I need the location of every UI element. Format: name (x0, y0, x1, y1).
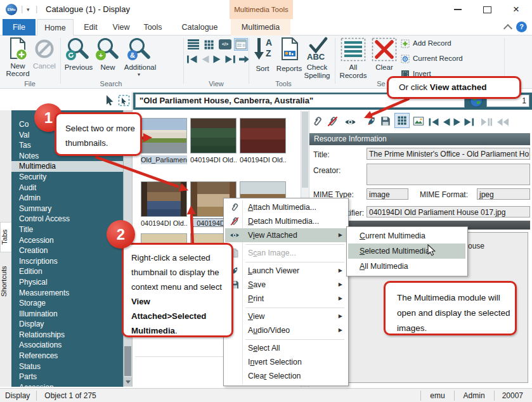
callout-step-2: Right-click a selected thumbnail to disp… (122, 243, 233, 337)
tab-file[interactable]: File (3, 19, 36, 36)
menu-item-attach-multimedia[interactable]: Attach Multimedia... (225, 200, 346, 214)
mime-format-field[interactable]: jpeg (477, 188, 530, 200)
thumbnail-green-chamber[interactable] (190, 118, 237, 153)
additional-search-button[interactable]: & (127, 37, 152, 62)
side-tab-tabs[interactable]: Tabs (0, 222, 11, 252)
tab-edit[interactable]: Edit (76, 19, 105, 36)
maximize-button[interactable] (473, 0, 501, 19)
tab-multimedia[interactable]: Multimedia (231, 19, 290, 36)
scrollbar-thumb[interactable] (302, 112, 308, 188)
select-pointer-icon[interactable] (105, 94, 116, 109)
new-record-button[interactable] (6, 37, 29, 61)
reports-button[interactable] (279, 37, 301, 65)
media-previous-icon[interactable] (442, 117, 451, 129)
sidebar-item[interactable]: Edition (11, 266, 123, 277)
close-button[interactable]: × (502, 0, 530, 19)
nav-previous-icon[interactable] (200, 55, 210, 66)
sort-button[interactable]: A Z (254, 37, 273, 65)
sidebar-item[interactable]: Inscriptions (11, 256, 123, 267)
current-record-label: Current Record (413, 55, 463, 62)
sidebar-item[interactable]: Parts (11, 372, 123, 382)
current-record-button[interactable] (401, 55, 410, 66)
submenu-item-current-multimedia[interactable]: Current Multimedia (348, 228, 465, 243)
tab-tools[interactable]: Tools (137, 19, 169, 36)
marquee-select-icon[interactable] (118, 94, 130, 109)
media-play-pause-icon[interactable] (481, 117, 493, 129)
sidebar-item[interactable]: Relationships (11, 330, 123, 340)
sidebar-item[interactable]: Measurements (11, 288, 123, 299)
submenu-item-all-multimedia[interactable]: All Multimedia (348, 259, 465, 274)
sidebar-item[interactable]: Storage (11, 298, 123, 309)
grid-view-icon[interactable] (204, 39, 214, 50)
list-view-icon[interactable] (188, 39, 200, 49)
attach-multimedia-icon[interactable] (311, 115, 323, 130)
thumbnail-label[interactable]: 040194DI Old... (240, 155, 286, 164)
media-next-icon[interactable] (453, 117, 462, 129)
clear-selection-button[interactable] (372, 37, 397, 64)
media-rewind-icon[interactable] (496, 117, 509, 129)
menu-item-audio-video[interactable]: Audio/Video ▶ (225, 323, 346, 337)
side-tab-shortcuts[interactable]: Shortcuts (0, 256, 11, 307)
title-field-label: Title: (313, 150, 330, 159)
mime-type-field[interactable]: image (367, 188, 408, 200)
add-record-icon (401, 39, 410, 48)
sidebar-item[interactable]: Physical (11, 277, 123, 288)
help-icon[interactable]: ? (516, 22, 527, 32)
menu-item-view[interactable]: View ▶ (225, 309, 346, 323)
creator-field[interactable] (367, 164, 530, 185)
submenu-item-selected-multimedia[interactable]: Selected Multimedia (348, 243, 465, 259)
nav-last-icon[interactable] (224, 55, 236, 66)
form-view-icon[interactable] (234, 38, 248, 51)
sidebar-item[interactable]: References (11, 351, 123, 361)
menu-item-view-attached[interactable]: View Attached ▶ (225, 228, 346, 242)
tab-catalogue[interactable]: Catalogue (170, 19, 230, 36)
tab-home[interactable]: Home (37, 19, 74, 36)
all-records-button[interactable] (341, 37, 366, 64)
search-previous-button[interactable] (65, 37, 91, 62)
image-view-icon[interactable] (413, 115, 424, 129)
menu-item-launch-viewer[interactable]: Launch Viewer ▶ (225, 264, 346, 278)
sidebar-item[interactable]: Illumination (11, 309, 123, 320)
menu-item-detach-multimedia[interactable]: Detach Multimedia... (225, 214, 346, 228)
menu-item-select-all[interactable]: Select All (225, 341, 346, 355)
identifier-field[interactable]: 040194DI Old Parliament House 017.jpg (367, 206, 530, 217)
code-view-icon[interactable]: </> (219, 39, 231, 49)
menu-item-save[interactable]: Save ▶ (225, 278, 346, 292)
quick-access-caret-icon[interactable]: ▾ (27, 6, 30, 13)
sidebar-item[interactable]: Associations (11, 340, 123, 351)
detach-multimedia-icon[interactable] (327, 115, 339, 130)
sidebar-item[interactable]: Creation (11, 245, 123, 256)
search-new-button[interactable]: + (95, 37, 120, 62)
media-first-icon[interactable] (429, 117, 439, 129)
minimize-button[interactable] (444, 0, 472, 19)
menu-item-invert-selection[interactable]: Invert Selection (225, 355, 346, 369)
tab-view[interactable]: View (107, 19, 136, 36)
callout-module-note: The Multimedia module will open and disp… (384, 281, 517, 335)
sidebar-item[interactable]: Status (11, 361, 123, 372)
menu-item-print[interactable]: Print ▶ (225, 292, 346, 306)
check-spelling-button[interactable]: ABC (304, 37, 330, 65)
collapse-ribbon-chevron-icon[interactable] (503, 24, 512, 33)
sidebar-item[interactable]: Accession (11, 382, 123, 387)
new-record-icon (6, 37, 29, 61)
nav-first-icon[interactable] (186, 55, 198, 66)
check-spelling-icon: ABC (304, 37, 330, 62)
group-label-search: Search (82, 80, 139, 88)
thumbnail-red-chamber[interactable] (240, 118, 286, 153)
additional-dropdown-caret-icon[interactable]: ▾ (138, 72, 140, 77)
cancel-button[interactable] (33, 38, 56, 61)
sidebar-item[interactable]: Display (11, 319, 123, 330)
scrollbar-thumb[interactable] (124, 346, 131, 376)
nav-next-icon[interactable] (212, 55, 222, 66)
menu-item-clear-selection[interactable]: Clear Selection (225, 369, 346, 383)
menu-item-scan-image[interactable]: Scan Image... (225, 246, 346, 260)
callout-view-attached: Or click View attached (387, 76, 521, 99)
title-field[interactable]: The Prime Minister's Office - Old Parlia… (367, 148, 530, 160)
media-last-icon[interactable] (464, 117, 474, 129)
scroll-down-icon[interactable] (126, 380, 131, 384)
add-record-button[interactable] (401, 39, 410, 51)
sidebar-item[interactable]: Control Access (11, 214, 123, 224)
thumbnail-label[interactable]: 040194DI Old... (141, 219, 187, 228)
sidebar-item[interactable]: Summary (11, 204, 123, 214)
thumbnail-label[interactable]: 040194DI Old... (190, 155, 237, 164)
